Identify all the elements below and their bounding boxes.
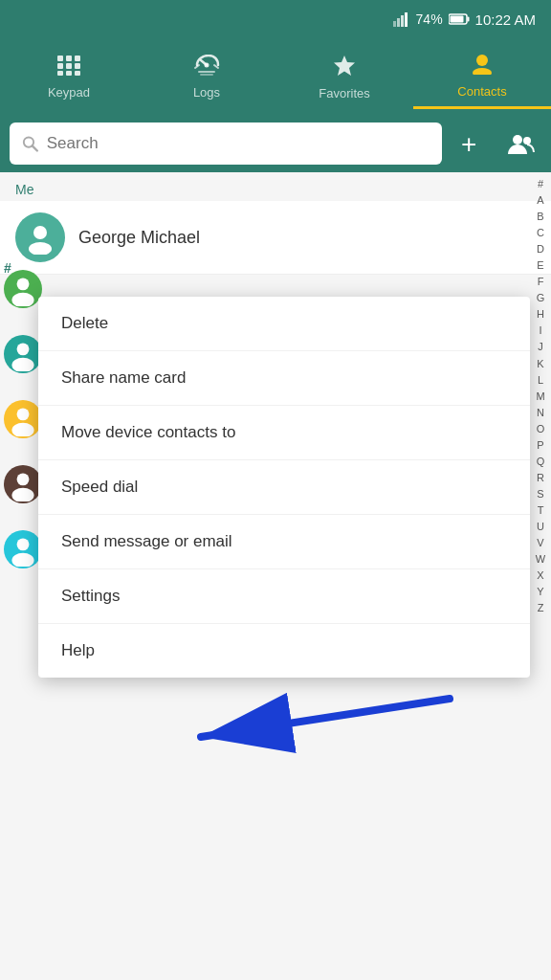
alpha-G[interactable]: G [537,290,545,306]
battery-percentage: 74% [416,11,443,27]
alpha-R[interactable]: R [537,470,544,486]
avatar-icon [23,220,57,255]
search-input[interactable] [47,134,430,153]
tab-contacts[interactable]: Contacts [413,44,551,109]
alpha-B[interactable]: B [537,209,543,225]
me-section-label: Me [0,172,551,201]
context-menu: Delete Share name card Move device conta… [38,297,530,678]
svg-line-38 [201,699,450,737]
bg-contacts-area [0,256,42,582]
contacts-tab-icon [469,52,496,80]
svg-rect-2 [401,15,404,27]
svg-rect-15 [75,71,80,76]
svg-rect-6 [450,16,463,23]
svg-point-32 [11,423,33,436]
alpha-S[interactable]: S [537,486,543,502]
hash-section-label: # [4,260,11,276]
svg-rect-9 [75,56,80,61]
menu-item-help[interactable]: Help [38,624,530,678]
alpha-Q[interactable]: Q [537,454,545,470]
svg-rect-1 [397,18,400,27]
alpha-T[interactable]: T [538,502,544,519]
tab-keypad-label: Keypad [48,85,90,100]
status-bar: 74% 10:22 AM [0,0,551,38]
svg-point-35 [17,538,30,550]
menu-item-speed-dial[interactable]: Speed dial [38,460,530,515]
svg-marker-17 [334,56,355,76]
bg-avatar-4 [4,465,42,503]
alpha-I[interactable]: I [539,323,541,339]
svg-rect-14 [66,71,72,76]
tab-favorites[interactable]: Favorites [276,46,413,108]
alpha-J[interactable]: J [538,339,543,355]
status-icons: 74% 10:22 AM [393,11,536,28]
svg-point-33 [17,473,30,485]
menu-item-send-message-email[interactable]: Send message or email [38,515,530,569]
svg-rect-11 [66,63,72,69]
bg-avatar-2 [4,335,42,373]
signal-icon [393,11,410,27]
svg-point-23 [513,135,522,145]
alpha-M[interactable]: M [536,389,544,405]
menu-item-share-name-card[interactable]: Share name card [38,351,530,406]
svg-point-34 [11,488,33,501]
bg-avatar-5 [4,530,42,568]
time-display: 10:22 AM [475,11,536,28]
menu-item-move-device-contacts[interactable]: Move device contacts to [38,406,530,460]
me-contact-name: George Michael [78,228,200,248]
svg-point-36 [11,553,33,567]
svg-rect-5 [467,17,469,22]
import-contacts-button[interactable] [499,122,541,165]
alpha-L[interactable]: L [538,372,543,389]
svg-rect-3 [405,12,408,27]
me-contact-row[interactable]: George Michael [0,201,551,275]
alpha-F[interactable]: F [538,274,544,290]
alpha-hash[interactable]: # [538,176,543,192]
svg-point-18 [476,55,488,66]
svg-rect-10 [57,63,63,69]
search-bar-row: + [0,115,551,172]
menu-item-settings[interactable]: Settings [38,569,530,624]
search-container[interactable] [10,122,442,165]
tab-logs[interactable]: Logs [138,47,276,107]
star-icon [332,54,357,82]
alpha-A[interactable]: A [537,192,543,209]
svg-rect-7 [57,56,63,61]
arrow-annotation [172,679,469,769]
tab-logs-label: Logs [193,85,220,100]
tab-contacts-label: Contacts [457,84,506,99]
tab-bar: Keypad Logs Favorites [0,38,551,115]
logs-icon [193,55,220,81]
svg-point-30 [11,358,33,371]
alpha-P[interactable]: P [537,437,543,454]
import-contacts-icon [506,131,535,156]
alpha-O[interactable]: O [537,421,545,437]
svg-text:+: + [461,130,476,157]
svg-rect-12 [75,63,80,69]
keypad-icon [56,55,81,81]
svg-point-31 [17,408,30,420]
tab-keypad[interactable]: Keypad [0,47,138,107]
menu-item-delete[interactable]: Delete [38,297,530,351]
add-contact-button[interactable]: + [450,122,492,165]
alpha-C[interactable]: C [537,225,544,241]
alpha-V[interactable]: V [537,535,543,551]
alpha-N[interactable]: N [537,405,544,421]
alpha-W[interactable]: W [536,551,545,568]
alpha-E[interactable]: E [537,257,543,274]
svg-rect-8 [66,56,72,61]
alpha-K[interactable]: K [537,356,543,372]
bg-avatar-3 [4,400,42,438]
alpha-U[interactable]: U [537,519,544,535]
alpha-Z[interactable]: Z [538,600,544,616]
alpha-D[interactable]: D [537,241,544,257]
svg-point-29 [17,343,30,355]
svg-point-28 [11,293,33,306]
svg-point-26 [29,242,52,255]
svg-point-19 [473,68,492,75]
alpha-X[interactable]: X [537,568,543,584]
alpha-Y[interactable]: Y [537,584,543,600]
svg-point-16 [205,62,209,67]
svg-point-24 [523,137,531,145]
alpha-H[interactable]: H [537,306,544,323]
